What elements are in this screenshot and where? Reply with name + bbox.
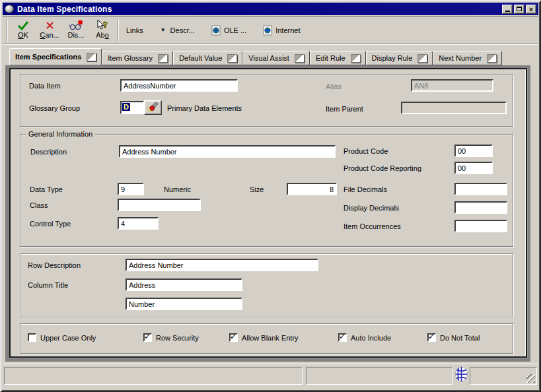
product-code-reporting-input[interactable] [454,162,493,174]
product-code-input[interactable] [454,145,493,157]
row-description-input[interactable] [126,259,318,271]
column-title-input-1[interactable] [126,278,242,291]
column-title-label: Column Title [28,281,68,290]
resize-grip[interactable] [526,374,535,383]
links-button[interactable]: Links [126,26,143,34]
status-bar [3,364,538,388]
display-label: Dis... [67,31,84,39]
item-occurrences-input[interactable] [454,220,507,232]
checkbox-box [229,333,238,342]
green-check-icon [17,20,30,31]
cancel-button[interactable]: Can... [36,18,63,43]
window-globe-icon [5,5,14,13]
size-input[interactable] [287,183,337,195]
minimize-button[interactable] [502,5,513,14]
ole-page-globe-icon [211,25,221,36]
tab-item-glossary[interactable]: Item Glossary [102,51,173,65]
tab-item-specifications[interactable]: Item Specifications [9,48,102,65]
do-not-total-checkbox[interactable]: Do Not Total [427,333,480,342]
close-button[interactable]: × [526,5,536,14]
status-panel-right [470,367,537,385]
product-code-label: Product Code [343,147,388,156]
row-description-label: Row Description [28,261,81,270]
display-button[interactable]: Dis... [63,18,89,43]
class-label: Class [30,201,48,210]
maximize-button[interactable] [514,5,524,14]
form-panel: Data Item Alias Glossary Group D [9,68,527,358]
about-label: Abo [96,31,109,39]
status-panel-middle [306,367,452,385]
checkbox-box [143,333,152,342]
ok-label: OK [18,31,28,39]
flashlight-icon [147,102,159,114]
identifier-group: Data Item Alias Glossary Group D [20,74,513,127]
item-parent-input [401,102,507,114]
general-information-title: General Information [26,130,95,138]
toolbar-separator [118,19,119,42]
file-decimals-label: File Decimals [343,185,387,194]
checkbox-box [338,333,347,342]
checkbox-label: Allow Blank Entry [242,334,299,342]
ok-button[interactable]: OK [10,18,36,43]
window-title: Data Item Specifications [17,5,501,14]
toolbar-separator [7,19,8,42]
alias-label: Alias [326,82,342,91]
class-input[interactable] [118,199,201,211]
control-type-label: Control Type [30,220,71,228]
svg-text:?: ? [103,20,108,30]
glossary-group-input[interactable]: D [120,101,144,114]
ole-button[interactable]: OLE ... [224,26,246,34]
column-title-input-2[interactable] [126,298,242,310]
about-button[interactable]: ? Abo [89,18,116,43]
upper-case-only-checkbox[interactable]: Upper Case Only [28,333,96,342]
tab-page-icon [487,54,497,63]
glasses-red-dot-icon [69,20,84,31]
cursor-question-icon: ? [96,20,109,31]
data-type-label: Data Type [30,185,63,194]
row-security-checkbox[interactable]: Row Security [143,333,199,342]
display-decimals-input[interactable] [454,201,507,214]
tab-next-number[interactable]: Next Number [433,51,502,65]
item-occurrences-label: Item Occurrences [343,222,401,231]
checkbox-label: Do Not Total [440,334,480,342]
links-dropdown-icon[interactable]: ▼ [161,28,166,33]
checkbox-label: Upper Case Only [40,334,96,342]
size-label: Size [250,185,264,194]
file-decimals-input[interactable] [454,183,507,195]
allow-blank-entry-checkbox[interactable]: Allow Blank Entry [229,333,299,342]
internet-button[interactable]: Internet [275,26,300,34]
data-item-input[interactable] [120,79,238,92]
data-item-label: Data Item [29,82,61,90]
product-code-reporting-label: Product Code Reporting [343,164,421,173]
tab-page-icon [417,54,427,63]
client-area: Data Item Alias Glossary Group D [5,65,530,362]
tab-strip: Item Specifications Item Glossary Defaul… [9,48,502,65]
control-type-input[interactable] [118,217,159,230]
cancel-label: Can... [40,31,59,39]
tab-page-icon [87,53,96,61]
internet-page-globe-icon [263,25,273,36]
general-information-group: General Information Description Product … [20,134,513,247]
flags-group: Upper Case Only Row Security Allow Blank… [20,323,513,354]
glossary-group-label: Glossary Group [29,104,80,113]
descr-button[interactable]: Descr... [170,26,195,34]
display-decimals-label: Display Decimals [343,204,399,212]
tab-display-rule[interactable]: Display Rule [366,51,433,65]
checkbox-box [427,333,436,342]
item-parent-label: Item Parent [326,105,363,114]
data-type-name: Numeric [164,185,191,194]
title-bar: Data Item Specifications × [3,3,538,15]
checkbox-label: Auto Include [351,334,391,342]
tab-edit-rule[interactable]: Edit Rule [310,51,366,65]
red-x-icon [45,20,55,31]
titles-group: Row Description Column Title [20,253,513,317]
data-type-input[interactable] [118,183,144,195]
auto-include-checkbox[interactable]: Auto Include [338,333,391,342]
tab-visual-assist[interactable]: Visual Assist [242,51,310,65]
visual-assist-button[interactable] [144,100,162,115]
tab-default-value[interactable]: Default Value [173,51,242,65]
status-panel-left [4,367,303,385]
tab-page-icon [227,54,237,63]
description-input[interactable] [119,145,336,158]
description-label: Description [30,148,67,156]
